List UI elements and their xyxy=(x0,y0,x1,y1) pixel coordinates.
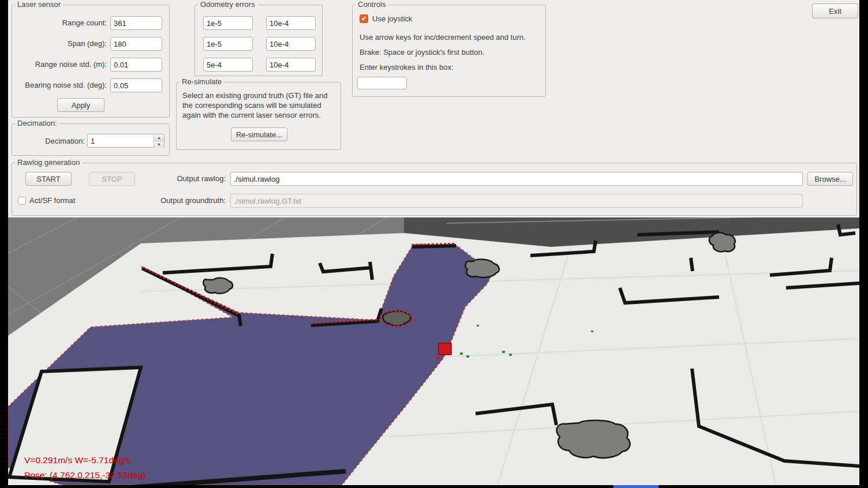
range-noise-input[interactable] xyxy=(110,58,162,72)
output-groundtruth-input[interactable] xyxy=(230,194,803,208)
actsf-checkbox[interactable] xyxy=(18,197,26,205)
output-rawlog-input[interactable] xyxy=(230,172,803,186)
range-count-input[interactable] xyxy=(110,16,162,30)
check-icon: ✔ xyxy=(361,15,366,22)
start-button[interactable]: START xyxy=(25,172,72,186)
rawlog-generation-group: Rawlog generation START STOP Output rawl… xyxy=(12,163,857,216)
bearing-noise-label: Bearing noise std. (deg): xyxy=(13,78,107,92)
odometry-input-6[interactable] xyxy=(266,58,316,72)
output-rawlog-label: Output rawlog: xyxy=(145,172,226,186)
spin-up-icon[interactable]: ▲ xyxy=(154,134,164,141)
hud-pose-text: Pose: (4.762,0.215,-32.53deg) xyxy=(24,470,145,480)
exit-button[interactable]: Exit xyxy=(812,3,858,18)
span-label: Span (deg): xyxy=(13,37,107,51)
odometry-input-2[interactable] xyxy=(266,16,316,30)
controls-instruction-3: Enter keystrokes in this box: xyxy=(360,63,454,72)
decimation-group-title: Decimation: xyxy=(15,119,59,127)
resimulate-description: Select an existing ground truth (GT) fil… xyxy=(182,91,335,120)
span-input[interactable] xyxy=(110,37,162,51)
decimation-spin-buttons: ▲ ▼ xyxy=(154,134,164,148)
taskbar-fragment xyxy=(613,485,659,488)
3d-viewport[interactable]: V=0.291m/s W=-5.71deg/s Pose: (4.762,0.2… xyxy=(8,217,859,485)
decimation-spinner: ▲ ▼ xyxy=(87,134,164,148)
odometry-input-3[interactable] xyxy=(203,37,253,51)
decimation-group: Decimation: Decimation: ▲ ▼ xyxy=(12,123,170,156)
odometry-input-4[interactable] xyxy=(266,37,316,51)
odometry-errors-title: Odometry errors xyxy=(198,0,257,9)
range-count-label: Range count: xyxy=(13,16,107,30)
controls-group: Controls ✔ Use joystick Use arrow keys f… xyxy=(352,5,546,97)
controls-instruction-2: Brake: Space or joystick's first button. xyxy=(360,48,484,57)
use-joystick-checkbox[interactable]: ✔ xyxy=(360,14,368,23)
odometry-input-1[interactable] xyxy=(203,16,253,30)
rawlog-generation-title: Rawlog generation xyxy=(15,158,82,167)
laser-sensor-group: Laser sensor Range count: Span (deg): Ra… xyxy=(12,5,170,118)
bearing-noise-input[interactable] xyxy=(110,78,162,92)
resimulate-group: Re-simulate Select an existing ground tr… xyxy=(176,82,341,150)
spin-down-icon[interactable]: ▼ xyxy=(154,141,164,148)
odometry-errors-group: Odometry errors xyxy=(194,5,323,76)
hud-velocity-text: V=0.291m/s W=-5.71deg/s xyxy=(24,455,131,465)
keystroke-input[interactable] xyxy=(357,77,407,89)
decimation-label: Decimation: xyxy=(13,134,85,148)
3d-scene: V=0.291m/s W=-5.71deg/s Pose: (4.762,0.2… xyxy=(8,217,859,485)
controls-instruction-1: Use arrow keys for inc/decrement speed a… xyxy=(360,33,526,42)
actsf-label: Act/SF format xyxy=(29,196,75,205)
resimulate-button[interactable]: Re-simulate... xyxy=(231,127,287,141)
decimation-input[interactable] xyxy=(87,134,164,148)
stop-button[interactable]: STOP xyxy=(89,172,135,186)
app-window: Laser sensor Range count: Span (deg): Ra… xyxy=(8,0,859,485)
output-groundtruth-label: Output groundtruth: xyxy=(145,194,226,208)
laser-sensor-title: Laser sensor xyxy=(15,0,63,9)
odometry-input-5[interactable] xyxy=(203,58,253,72)
use-joystick-label: Use joystick xyxy=(372,14,412,24)
resimulate-title: Re-simulate xyxy=(179,77,224,86)
apply-button[interactable]: Apply xyxy=(57,98,104,112)
range-noise-label: Range noise std. (m): xyxy=(13,58,107,72)
controls-title: Controls xyxy=(356,0,388,9)
browse-button[interactable]: Browse... xyxy=(807,172,853,186)
